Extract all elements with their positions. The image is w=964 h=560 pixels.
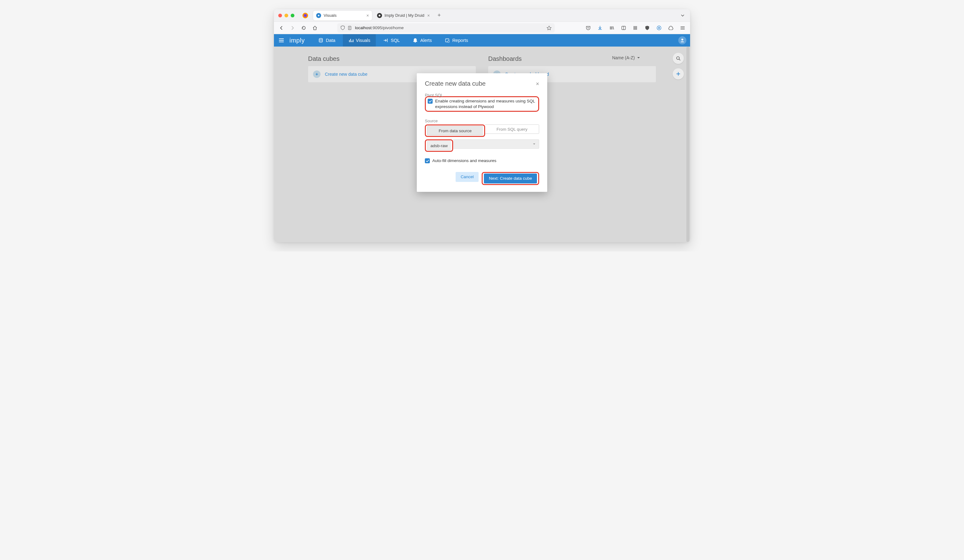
page-body: Data cubes + Create new data cube Dashbo… xyxy=(274,47,690,242)
source-tab-sqlquery[interactable]: From SQL query xyxy=(485,125,539,133)
nav-label: Reports xyxy=(452,38,468,43)
toolbar-right xyxy=(584,24,687,32)
window-close-icon[interactable] xyxy=(278,14,282,17)
downloads-icon[interactable] xyxy=(596,24,604,32)
password-icon[interactable] xyxy=(655,24,663,32)
check-icon xyxy=(428,100,432,103)
reload-button[interactable] xyxy=(300,24,308,32)
sort-label: Name (A-Z) xyxy=(612,55,635,60)
source-segmented: From data source From SQL query xyxy=(425,125,539,137)
url-bar[interactable]: localhost:9095/pivot/home xyxy=(337,23,555,32)
nav-reports[interactable]: Reports xyxy=(439,34,474,47)
nav-data[interactable]: Data xyxy=(313,34,341,47)
tab-close-icon[interactable]: × xyxy=(366,13,369,18)
highlight-next-button: Next: Create data cube xyxy=(482,172,539,185)
create-datacube-modal: Create new data cube × Pivot SQL Enable … xyxy=(417,73,547,192)
highlight-datasource-value: adsb-raw xyxy=(425,140,453,152)
back-button[interactable] xyxy=(277,24,286,32)
next-create-button[interactable]: Next: Create data cube xyxy=(484,174,537,183)
brand-logo[interactable]: imply xyxy=(290,37,305,44)
svg-point-8 xyxy=(658,27,660,29)
window-zoom-icon[interactable] xyxy=(291,14,295,17)
tabs-overflow-icon[interactable] xyxy=(680,13,685,18)
reader-icon[interactable] xyxy=(619,24,628,32)
avatar-icon xyxy=(678,36,686,44)
highlight-enable-sql: Enable creating dimensions and measures … xyxy=(425,96,539,112)
plus-icon: + xyxy=(313,70,321,78)
bell-icon xyxy=(413,38,418,43)
nav-label: Alerts xyxy=(420,38,432,43)
svg-point-11 xyxy=(448,41,449,42)
nav-alerts[interactable]: Alerts xyxy=(407,34,437,47)
menu-toggle-icon[interactable] xyxy=(278,37,285,43)
modal-title: Create new data cube xyxy=(425,80,486,87)
new-tab-button[interactable]: + xyxy=(435,12,443,19)
browser-toolbar: localhost:9095/pivot/home xyxy=(274,22,690,34)
browser-window: Visuals × Imply Druid | My Druid × + xyxy=(274,9,690,242)
datasource-select[interactable]: adsb-raw xyxy=(425,140,539,152)
app-nav-bar: imply Data Visuals SQL Alerts Reports xyxy=(274,34,690,47)
browser-tab-active[interactable]: Visuals × xyxy=(313,11,372,21)
highlight-from-datasource: From data source xyxy=(425,125,485,137)
nav-sql[interactable]: SQL xyxy=(378,34,405,47)
sql-icon xyxy=(383,38,388,43)
bookmark-star-icon[interactable] xyxy=(547,26,552,31)
window-minimize-icon[interactable] xyxy=(285,14,288,17)
search-fab[interactable] xyxy=(673,53,684,64)
autofill-label: Auto-fill dimensions and measures xyxy=(432,158,496,164)
add-fab[interactable] xyxy=(673,68,684,80)
plus-icon xyxy=(676,71,681,76)
chart-icon xyxy=(348,38,353,43)
forward-button xyxy=(288,24,297,32)
browser-tab-strip: Visuals × Imply Druid | My Druid × + xyxy=(274,9,690,22)
firefox-logo-icon xyxy=(302,12,309,19)
cancel-button[interactable]: Cancel xyxy=(456,172,479,182)
tab-favicon-icon xyxy=(316,13,321,18)
tab-close-icon[interactable]: × xyxy=(427,13,430,18)
pocket-icon[interactable] xyxy=(584,24,593,32)
page-info-icon[interactable] xyxy=(347,26,352,30)
grid-icon[interactable] xyxy=(631,24,640,32)
browser-tab[interactable]: Imply Druid | My Druid × xyxy=(374,11,433,21)
source-tab-datasource[interactable]: From data source xyxy=(427,126,483,135)
nav-visuals[interactable]: Visuals xyxy=(343,34,376,47)
fab-column xyxy=(673,53,684,80)
nav-label: SQL xyxy=(391,38,400,43)
extensions-icon[interactable] xyxy=(666,24,675,32)
create-datacube-label: Create new data cube xyxy=(325,72,367,77)
enable-sql-row[interactable]: Enable creating dimensions and measures … xyxy=(428,98,536,110)
sort-control[interactable]: Name (A-Z) xyxy=(612,55,640,60)
modal-actions: Cancel Next: Create data cube xyxy=(425,172,539,185)
svg-point-9 xyxy=(319,39,323,40)
svg-point-12 xyxy=(681,39,683,41)
caret-down-icon xyxy=(532,143,536,146)
home-button[interactable] xyxy=(311,24,319,32)
enable-sql-checkbox[interactable] xyxy=(428,99,433,104)
shield-icon[interactable] xyxy=(340,26,345,30)
window-controls xyxy=(278,14,295,17)
profile-menu[interactable] xyxy=(678,36,686,44)
datasource-value: adsb-raw xyxy=(427,141,451,150)
modal-title-row: Create new data cube × xyxy=(425,80,539,87)
tab-title: Visuals xyxy=(324,13,337,18)
privacy-shield-icon[interactable] xyxy=(643,24,651,32)
autofill-checkbox[interactable] xyxy=(425,158,430,163)
menu-icon[interactable] xyxy=(678,24,687,32)
svg-point-1 xyxy=(304,14,307,17)
check-icon xyxy=(426,159,429,163)
modal-close-icon[interactable]: × xyxy=(536,81,539,87)
nav-label: Data xyxy=(326,38,335,43)
scrollbar[interactable] xyxy=(686,47,689,242)
reports-icon xyxy=(445,38,450,43)
library-icon[interactable] xyxy=(607,24,616,32)
database-icon xyxy=(318,38,323,43)
nav-label: Visuals xyxy=(356,38,370,43)
tab-favicon-icon xyxy=(377,13,382,18)
enable-sql-label: Enable creating dimensions and measures … xyxy=(435,98,536,110)
url-text: localhost:9095/pivot/home xyxy=(355,26,404,30)
source-section-label: Source xyxy=(425,118,539,123)
autofill-row[interactable]: Auto-fill dimensions and measures xyxy=(425,158,539,164)
svg-point-4 xyxy=(379,15,381,16)
datacubes-heading: Data cubes xyxy=(308,55,476,62)
caret-down-icon xyxy=(637,56,640,60)
